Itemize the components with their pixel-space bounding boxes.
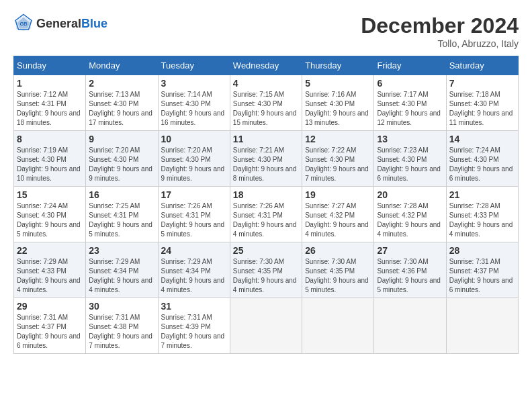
day-info: Sunrise: 7:29 AMSunset: 4:33 PMDaylight:… bbox=[17, 257, 83, 295]
day-info: Sunrise: 7:24 AMSunset: 4:30 PMDaylight:… bbox=[17, 201, 83, 239]
day-info: Sunrise: 7:27 AMSunset: 4:32 PMDaylight:… bbox=[305, 201, 371, 239]
svg-text:GB: GB bbox=[19, 21, 28, 27]
day-info: Sunrise: 7:16 AMSunset: 4:30 PMDaylight:… bbox=[305, 90, 371, 128]
calendar-day-cell bbox=[302, 298, 374, 354]
weekday-header-saturday: Saturday bbox=[446, 56, 518, 75]
calendar-day-cell: 27Sunrise: 7:30 AMSunset: 4:36 PMDayligh… bbox=[374, 242, 446, 298]
weekday-header-wednesday: Wednesday bbox=[230, 56, 302, 75]
month-title: December 2024 bbox=[361, 13, 519, 38]
day-info: Sunrise: 7:17 AMSunset: 4:30 PMDaylight:… bbox=[377, 90, 443, 128]
calendar-day-cell: 5Sunrise: 7:16 AMSunset: 4:30 PMDaylight… bbox=[302, 75, 374, 131]
day-info: Sunrise: 7:22 AMSunset: 4:30 PMDaylight:… bbox=[305, 146, 371, 183]
page-header: GB GeneralBlue December 2024 Tollo, Abru… bbox=[13, 13, 519, 49]
day-info: Sunrise: 7:28 AMSunset: 4:32 PMDaylight:… bbox=[377, 201, 443, 239]
day-number: 12 bbox=[305, 134, 371, 144]
day-info: Sunrise: 7:29 AMSunset: 4:34 PMDaylight:… bbox=[161, 257, 227, 295]
calendar-day-cell: 2Sunrise: 7:13 AMSunset: 4:30 PMDaylight… bbox=[86, 75, 158, 131]
day-info: Sunrise: 7:31 AMSunset: 4:37 PMDaylight:… bbox=[449, 257, 515, 295]
day-info: Sunrise: 7:28 AMSunset: 4:33 PMDaylight:… bbox=[449, 201, 515, 239]
day-number: 20 bbox=[377, 189, 443, 200]
location: Tollo, Abruzzo, Italy bbox=[361, 38, 519, 49]
day-number: 21 bbox=[449, 189, 515, 200]
logo-blue: Blue bbox=[81, 17, 107, 30]
day-number: 29 bbox=[17, 301, 83, 312]
day-info: Sunrise: 7:19 AMSunset: 4:30 PMDaylight:… bbox=[17, 146, 83, 183]
day-number: 16 bbox=[89, 189, 154, 200]
day-number: 11 bbox=[233, 134, 299, 144]
day-number: 17 bbox=[161, 189, 227, 200]
day-number: 9 bbox=[89, 134, 154, 144]
day-info: Sunrise: 7:14 AMSunset: 4:30 PMDaylight:… bbox=[161, 90, 227, 128]
calendar-day-cell: 22Sunrise: 7:29 AMSunset: 4:33 PMDayligh… bbox=[14, 242, 86, 298]
weekday-header-tuesday: Tuesday bbox=[158, 56, 230, 75]
day-info: Sunrise: 7:30 AMSunset: 4:35 PMDaylight:… bbox=[233, 257, 299, 295]
day-number: 30 bbox=[89, 301, 154, 312]
day-info: Sunrise: 7:26 AMSunset: 4:31 PMDaylight:… bbox=[161, 201, 227, 239]
calendar-week-row: 15Sunrise: 7:24 AMSunset: 4:30 PMDayligh… bbox=[14, 187, 519, 242]
day-number: 8 bbox=[17, 134, 83, 144]
calendar-week-row: 29Sunrise: 7:31 AMSunset: 4:37 PMDayligh… bbox=[14, 298, 519, 354]
day-info: Sunrise: 7:20 AMSunset: 4:30 PMDaylight:… bbox=[161, 146, 227, 183]
day-number: 26 bbox=[305, 245, 371, 256]
day-number: 18 bbox=[233, 189, 299, 200]
day-number: 23 bbox=[89, 245, 154, 256]
day-number: 24 bbox=[161, 245, 227, 256]
day-number: 14 bbox=[449, 134, 515, 144]
day-info: Sunrise: 7:18 AMSunset: 4:30 PMDaylight:… bbox=[449, 90, 515, 128]
calendar-day-cell: 29Sunrise: 7:31 AMSunset: 4:37 PMDayligh… bbox=[14, 298, 86, 354]
day-number: 5 bbox=[305, 78, 371, 89]
day-number: 22 bbox=[17, 245, 83, 256]
day-number: 1 bbox=[17, 78, 83, 89]
weekday-header-friday: Friday bbox=[374, 56, 446, 75]
calendar-day-cell: 4Sunrise: 7:15 AMSunset: 4:30 PMDaylight… bbox=[230, 75, 302, 131]
weekday-header-thursday: Thursday bbox=[302, 56, 374, 75]
day-info: Sunrise: 7:12 AMSunset: 4:31 PMDaylight:… bbox=[17, 90, 83, 128]
calendar-day-cell: 20Sunrise: 7:28 AMSunset: 4:32 PMDayligh… bbox=[374, 187, 446, 242]
calendar-day-cell: 28Sunrise: 7:31 AMSunset: 4:37 PMDayligh… bbox=[446, 242, 518, 298]
day-number: 15 bbox=[17, 189, 83, 200]
day-info: Sunrise: 7:20 AMSunset: 4:30 PMDaylight:… bbox=[89, 146, 154, 183]
weekday-header-sunday: Sunday bbox=[14, 56, 86, 75]
weekday-header-row: SundayMondayTuesdayWednesdayThursdayFrid… bbox=[14, 56, 519, 75]
day-number: 31 bbox=[161, 301, 227, 312]
calendar-day-cell: 19Sunrise: 7:27 AMSunset: 4:32 PMDayligh… bbox=[302, 187, 374, 242]
day-number: 10 bbox=[161, 134, 227, 144]
day-info: Sunrise: 7:13 AMSunset: 4:30 PMDaylight:… bbox=[89, 90, 154, 128]
title-area: December 2024 Tollo, Abruzzo, Italy bbox=[361, 13, 519, 49]
calendar-day-cell: 17Sunrise: 7:26 AMSunset: 4:31 PMDayligh… bbox=[158, 187, 230, 242]
day-number: 7 bbox=[449, 78, 515, 89]
day-info: Sunrise: 7:30 AMSunset: 4:35 PMDaylight:… bbox=[305, 257, 371, 295]
day-info: Sunrise: 7:31 AMSunset: 4:37 PMDaylight:… bbox=[17, 313, 83, 351]
calendar-day-cell: 13Sunrise: 7:23 AMSunset: 4:30 PMDayligh… bbox=[374, 131, 446, 187]
day-number: 13 bbox=[377, 134, 443, 144]
calendar-day-cell: 3Sunrise: 7:14 AMSunset: 4:30 PMDaylight… bbox=[158, 75, 230, 131]
weekday-header-monday: Monday bbox=[86, 56, 158, 75]
calendar-day-cell: 26Sunrise: 7:30 AMSunset: 4:35 PMDayligh… bbox=[302, 242, 374, 298]
calendar-day-cell: 8Sunrise: 7:19 AMSunset: 4:30 PMDaylight… bbox=[14, 131, 86, 187]
calendar-day-cell: 21Sunrise: 7:28 AMSunset: 4:33 PMDayligh… bbox=[446, 187, 518, 242]
calendar-day-cell bbox=[446, 298, 518, 354]
day-number: 19 bbox=[305, 189, 371, 200]
calendar-day-cell: 10Sunrise: 7:20 AMSunset: 4:30 PMDayligh… bbox=[158, 131, 230, 187]
day-info: Sunrise: 7:21 AMSunset: 4:30 PMDaylight:… bbox=[233, 146, 299, 183]
calendar-day-cell: 9Sunrise: 7:20 AMSunset: 4:30 PMDaylight… bbox=[86, 131, 158, 187]
day-number: 25 bbox=[233, 245, 299, 256]
calendar-week-row: 8Sunrise: 7:19 AMSunset: 4:30 PMDaylight… bbox=[14, 131, 519, 187]
calendar-day-cell: 7Sunrise: 7:18 AMSunset: 4:30 PMDaylight… bbox=[446, 75, 518, 131]
day-info: Sunrise: 7:31 AMSunset: 4:38 PMDaylight:… bbox=[89, 313, 154, 351]
calendar-week-row: 1Sunrise: 7:12 AMSunset: 4:31 PMDaylight… bbox=[14, 75, 519, 131]
calendar-day-cell: 25Sunrise: 7:30 AMSunset: 4:35 PMDayligh… bbox=[230, 242, 302, 298]
logo-text: GeneralBlue bbox=[36, 17, 107, 31]
calendar-day-cell: 12Sunrise: 7:22 AMSunset: 4:30 PMDayligh… bbox=[302, 131, 374, 187]
day-info: Sunrise: 7:24 AMSunset: 4:30 PMDaylight:… bbox=[449, 146, 515, 183]
day-info: Sunrise: 7:26 AMSunset: 4:31 PMDaylight:… bbox=[233, 201, 299, 239]
day-number: 2 bbox=[89, 78, 154, 89]
day-info: Sunrise: 7:23 AMSunset: 4:30 PMDaylight:… bbox=[377, 146, 443, 183]
day-info: Sunrise: 7:31 AMSunset: 4:39 PMDaylight:… bbox=[161, 313, 227, 351]
day-number: 4 bbox=[233, 78, 299, 89]
calendar-table: SundayMondayTuesdayWednesdayThursdayFrid… bbox=[13, 56, 519, 354]
day-number: 3 bbox=[161, 78, 227, 89]
calendar-day-cell: 11Sunrise: 7:21 AMSunset: 4:30 PMDayligh… bbox=[230, 131, 302, 187]
day-number: 28 bbox=[449, 245, 515, 256]
calendar-day-cell bbox=[374, 298, 446, 354]
